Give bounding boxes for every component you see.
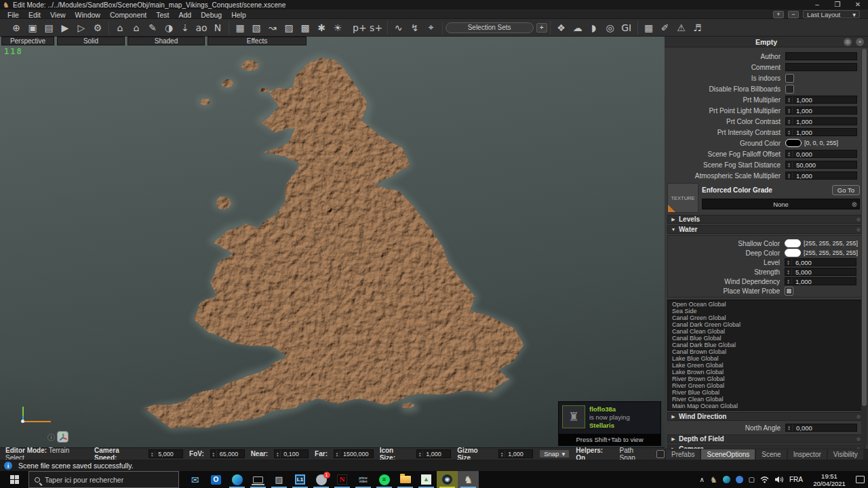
water-preset-item[interactable]: Canal Dark Blue Global [668, 342, 865, 348]
water-preset-item[interactable]: River Green Global [668, 382, 865, 389]
spinner-icon[interactable]: ▴▾ [786, 424, 793, 431]
path-snap-checkbox[interactable] [656, 450, 665, 458]
minimize-button[interactable]: – [807, 0, 827, 9]
add-viewport-button[interactable]: + [773, 11, 784, 18]
menu-item[interactable]: Test [151, 11, 174, 19]
panel-scrollbar[interactable] [861, 49, 867, 446]
play-settings-icon[interactable]: ⚙ [91, 21, 104, 35]
water-preset-item[interactable]: Lake Brown Global [668, 369, 865, 375]
remove-viewport-button[interactable]: − [788, 11, 799, 18]
ground-color-swatch[interactable] [785, 139, 802, 147]
spinner-icon[interactable]: ▴▾ [785, 268, 792, 275]
spinner-icon[interactable]: ▴▾ [785, 259, 792, 266]
warnings-icon[interactable]: ⚠ [675, 21, 688, 35]
water-preset-item[interactable]: River Clean Global [668, 396, 865, 403]
shallow-color-swatch[interactable] [785, 239, 801, 247]
atmospheric-scale-multiplier-input[interactable]: ▴▾1,000 [785, 171, 857, 180]
camera-speed-input[interactable]: ▴▾5,000 [149, 449, 183, 458]
water-preset-item[interactable]: Canal Blue Global [668, 335, 865, 342]
netflix-icon[interactable]: N [332, 471, 353, 488]
save-scene-icon[interactable]: ▣ [26, 21, 39, 35]
add-selection-set-button[interactable]: + [536, 23, 547, 33]
restore-button[interactable]: ❐ [827, 0, 848, 9]
open-scene-icon[interactable]: ▤ [42, 21, 56, 35]
ambient-occlusion-icon[interactable]: ao [195, 21, 208, 35]
spotify-icon[interactable]: ≡ [374, 471, 395, 488]
scrollbar-thumb[interactable] [862, 49, 867, 406]
add-spline-icon[interactable]: ↯ [408, 21, 422, 35]
spinner-icon[interactable]: ▴▾ [786, 161, 793, 168]
snap-button[interactable]: Snap▾ [539, 449, 570, 458]
bannerlord-editor-icon[interactable]: ♞ [458, 471, 479, 488]
icon-size-input[interactable]: ▴▾1,000 [416, 449, 451, 458]
photos-app-icon[interactable]: ▲ [416, 471, 437, 488]
spinner-icon[interactable]: ▴▾ [786, 118, 793, 125]
far-input[interactable]: ▴▾1500,000 [334, 449, 374, 458]
new-scene-icon[interactable]: ⊕ [9, 21, 23, 35]
spinner-icon[interactable]: ▴▾ [417, 450, 423, 458]
is-indoors-checkbox[interactable] [785, 74, 794, 83]
paint-entity-icon[interactable]: ✎ [146, 21, 159, 35]
goto-button[interactable]: Go To [832, 185, 860, 195]
menu-item[interactable]: Edit [24, 11, 45, 19]
water-preset-item[interactable]: Sea Side [668, 308, 865, 314]
fov-input[interactable]: ▴▾65,000 [210, 449, 245, 458]
action-center-icon[interactable] [856, 476, 865, 483]
your-phone-icon[interactable] [248, 471, 269, 488]
water-preset-item[interactable]: Lake Green Global [668, 362, 865, 369]
near-input[interactable]: ▴▾0,100 [274, 449, 309, 458]
select-object-icon[interactable]: ▦ [233, 21, 247, 35]
edge-icon[interactable] [226, 471, 248, 488]
water-strength-input[interactable]: ▴▾5,000 [785, 268, 856, 276]
tab-inspector[interactable]: Inspector [788, 449, 827, 460]
play-icon[interactable]: ▶ [58, 21, 72, 35]
disable-flora-billboards-checkbox[interactable] [785, 85, 794, 94]
tab-shaded[interactable]: Shaded [127, 37, 205, 45]
tab-scene[interactable]: Scene [756, 449, 786, 460]
tab-visibility[interactable]: Visibility [828, 449, 863, 460]
tab-solid[interactable]: Solid [57, 37, 125, 45]
scene-fog-falloff-offset-input[interactable]: ▴▾0,000 [785, 150, 857, 158]
tab-perspective[interactable]: Perspective [1, 37, 54, 45]
spinner-icon[interactable]: ▴▾ [786, 107, 793, 114]
spinner-icon[interactable]: ▴▾ [211, 450, 217, 458]
scene-fog-start-distance-input[interactable]: ▴▾50,000 [785, 161, 857, 169]
tray-discord-icon[interactable] [736, 476, 743, 483]
spinner-icon[interactable]: ▴▾ [334, 450, 340, 458]
measure-tool-icon[interactable]: ✐ [658, 21, 672, 35]
gi-sphere-icon[interactable]: ◎ [604, 21, 617, 35]
cut-path-icon[interactable]: ↝ [266, 21, 279, 35]
water-preset-item[interactable]: Canal Brown Global [668, 348, 865, 355]
spinner-icon[interactable]: ▴▾ [275, 450, 281, 458]
menu-item[interactable]: Help [226, 11, 251, 19]
prt-point-light-multiplier-input[interactable]: ▴▾1,000 [785, 106, 857, 115]
add-entity-icon[interactable]: ⌂ [113, 21, 127, 35]
selection-sets-button[interactable]: Selection Sets [446, 22, 534, 33]
water-preset-item[interactable]: Canal Clean Global [668, 328, 865, 335]
tab-sceneoptions[interactable]: SceneOptions [701, 449, 755, 460]
section-depth-of-field[interactable]: ▶ Depth of Field [667, 434, 865, 443]
layout-dropdown[interactable]: Last Layout ▾ [803, 10, 860, 18]
spinner-icon[interactable]: ▴▾ [786, 129, 793, 136]
compass-icon[interactable]: N [211, 21, 224, 35]
flora-icon[interactable]: ❖ [555, 21, 568, 35]
tray-clock[interactable]: 19:5120/04/2021 [808, 472, 850, 487]
close-button[interactable]: ✕ [848, 0, 868, 9]
panel-close-button[interactable]: × [856, 38, 864, 46]
outlook-icon[interactable]: O [205, 471, 226, 488]
taskbar-search[interactable]: Taper ici pour rechercher [28, 471, 179, 488]
start-button[interactable] [0, 471, 28, 488]
gizmo-mode-icon[interactable]: i [47, 434, 55, 441]
panel-pin-button[interactable]: ◎ [844, 38, 852, 46]
wifi-icon[interactable] [760, 476, 769, 483]
play-windowed-icon[interactable]: ▷ [75, 21, 88, 35]
mail-icon[interactable]: ✉ [184, 471, 205, 488]
section-wind-direction[interactable]: ▶ Wind Direction [667, 412, 865, 421]
prt-color-contrast-input[interactable]: ▴▾1,000 [785, 117, 857, 125]
tray-app-icon[interactable]: ▢ [749, 476, 755, 483]
weather-settings-icon[interactable]: ☁ [571, 21, 585, 35]
spinner-icon[interactable]: ▴▾ [149, 450, 155, 458]
deep-color-swatch[interactable] [785, 249, 801, 257]
prt-intensity-contrast-input[interactable]: ▴▾1,000 [785, 128, 857, 136]
spinner-icon[interactable]: ▴▾ [499, 450, 505, 458]
